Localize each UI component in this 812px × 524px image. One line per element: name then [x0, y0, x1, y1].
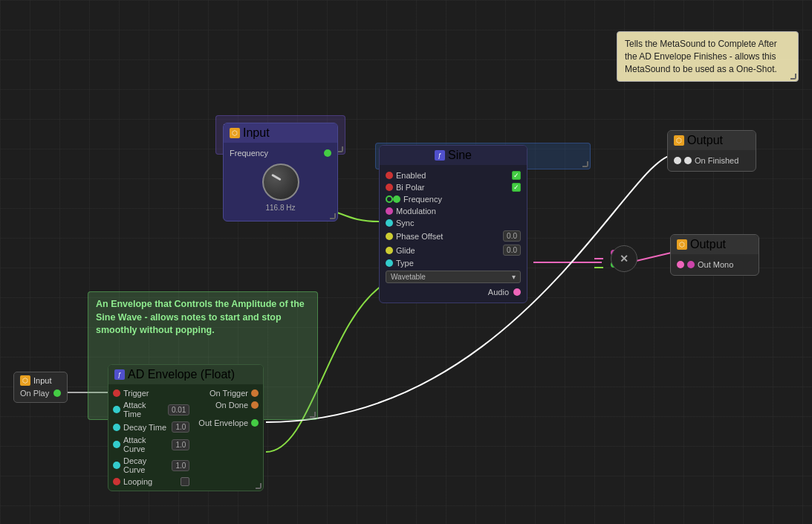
- output-mono-icon: ⬡: [677, 239, 687, 250]
- onfinished-label: On Finished: [695, 156, 738, 165]
- sine-sync-row: Sync: [386, 217, 521, 229]
- ontrigger-row: On Trigger: [210, 387, 259, 399]
- sine-resize-handle[interactable]: [582, 161, 588, 167]
- onfinished-in-pin: [674, 157, 681, 164]
- envelope-attackcurve-row: Attack Curve 1.0: [113, 434, 189, 455]
- frequency-out-pin: [324, 149, 331, 157]
- mixer-node: ✕: [611, 245, 637, 272]
- output-finished-node: ⬡ Output On Finished: [667, 130, 756, 172]
- output-finished-icon: ⬡: [674, 135, 684, 146]
- frequency-value: 116.8 Hz: [265, 204, 295, 212]
- frequency-knob[interactable]: [262, 164, 299, 201]
- envelope-left-pins: Trigger Attack Time 0.01 Decay Time 1.0 …: [108, 387, 194, 488]
- attackcurve-value: 1.0: [172, 439, 189, 450]
- envelope-header-label: AD Envelope (Float): [128, 368, 235, 381]
- input-label: Input: [33, 376, 51, 385]
- output-finished-label: Output: [687, 134, 723, 147]
- pitch-input-icon: ⬡: [230, 128, 240, 138]
- sine-audio-row: Audio: [386, 286, 521, 298]
- decaytime-value: 1.0: [172, 421, 189, 433]
- sine-freq-pin-dot2: [393, 195, 400, 203]
- oneshot-resize-handle[interactable]: [790, 74, 796, 80]
- sine-node-body: Enabled ✓ Bi Polar ✓ Frequency Modulatio…: [380, 165, 527, 303]
- envelope-looping-row: Looping: [113, 476, 189, 488]
- input-icon: ⬡: [20, 375, 30, 386]
- envelope-trigger-row: Trigger: [113, 387, 189, 399]
- outenvelope-pin-dot: [251, 419, 259, 427]
- sine-node-header: ƒ Sine: [380, 146, 527, 165]
- trigger-pin-dot: [113, 389, 120, 397]
- output-mono-body: Out Mono: [671, 254, 759, 275]
- sine-bipolar-row: Bi Polar ✓: [386, 181, 521, 193]
- glide-pin-dot: [386, 247, 393, 254]
- phase-pin-dot: [386, 233, 393, 240]
- output-mono-node: ⬡ Output Out Mono: [670, 234, 759, 276]
- envelope-resize-handle2[interactable]: [256, 483, 262, 489]
- sine-type-row: Type: [386, 257, 521, 269]
- envelope-decaycurve-row: Decay Curve 1.0: [113, 455, 189, 476]
- attackcurve-pin-dot: [113, 441, 120, 448]
- bipolar-pin-dot: [386, 184, 393, 191]
- enabled-checkbox[interactable]: ✓: [512, 171, 521, 180]
- oneshot-comment-text: Tells the MetaSound to Complete After th…: [625, 39, 777, 74]
- envelope-attacktime-row: Attack Time 0.01: [113, 399, 189, 420]
- envelope-resize-handle[interactable]: [310, 412, 316, 418]
- sync-pin-dot: [386, 219, 393, 227]
- mixer-group: ✕: [611, 250, 629, 268]
- output-finished-body: On Finished: [668, 150, 756, 171]
- envelope-comment-text: An Envelope that Controls the Amplitude …: [96, 299, 305, 335]
- pitch-node-header: ⬡ Input: [224, 123, 337, 143]
- decaytime-pin-dot: [113, 424, 120, 431]
- input-onplay-node: ⬡ Input On Play: [13, 372, 68, 403]
- ondone-row: On Done: [215, 399, 259, 411]
- envelope-header: ƒ AD Envelope (Float): [108, 365, 263, 384]
- pitch-header-label: Input: [243, 126, 270, 140]
- outmono-label: Out Mono: [698, 260, 733, 269]
- bipolar-checkbox[interactable]: ✓: [512, 183, 521, 192]
- envelope-func-icon: ƒ: [114, 369, 125, 380]
- envelope-decaytime-row: Decay Time 1.0: [113, 420, 189, 434]
- pitch-node-body: Frequency 116.8 Hz: [224, 143, 337, 221]
- onfinished-in-pin2: [684, 157, 692, 164]
- output-finished-pin-row: On Finished: [674, 155, 750, 166]
- outmono-in-pin2: [687, 261, 695, 268]
- envelope-node-body: Trigger Attack Time 0.01 Decay Time 1.0 …: [108, 384, 263, 491]
- sine-modulation-row: Modulation: [386, 205, 521, 217]
- envelope-node: ƒ AD Envelope (Float) Trigger Attack Tim…: [108, 364, 264, 491]
- sine-func-icon: ƒ: [435, 150, 445, 161]
- type-pin-dot: [386, 259, 393, 267]
- sine-phase-row: Phase Offset 0.0: [386, 229, 521, 243]
- pitch-input-node: ⬡ Input Frequency 116.8 Hz: [223, 123, 338, 221]
- outmono-in-pin: [677, 261, 684, 268]
- sine-node: ƒ Sine Enabled ✓ Bi Polar ✓ Frequency Mo…: [379, 145, 527, 303]
- mixer-area: ✕: [611, 250, 629, 268]
- attacktime-value: 0.01: [168, 404, 189, 415]
- output-mono-pin-row: Out Mono: [677, 259, 753, 271]
- enabled-pin-dot: [386, 172, 393, 179]
- output-mono-label: Output: [690, 238, 726, 251]
- glide-value: 0.0: [503, 245, 521, 256]
- attacktime-pin-dot: [113, 406, 120, 413]
- pitch-resize-handle[interactable]: [330, 213, 336, 219]
- sine-glide-row: Glide 0.0: [386, 243, 521, 257]
- oneshot-comment: Tells the MetaSound to Complete After th…: [617, 31, 799, 82]
- looping-pin-dot: [113, 478, 120, 485]
- sine-enabled-row: Enabled ✓: [386, 169, 521, 181]
- looping-checkbox[interactable]: [181, 477, 189, 486]
- envelope-right-pins: On Trigger On Done Out Envelope: [194, 387, 263, 488]
- ontrigger-pin-dot: [251, 389, 259, 397]
- decaycurve-value: 1.0: [172, 460, 189, 471]
- sine-frequency-row: Frequency: [386, 193, 521, 205]
- onplay-pin-dot: [53, 389, 61, 397]
- sine-type-select[interactable]: Wavetable ▾: [386, 271, 521, 283]
- phase-value: 0.0: [503, 230, 521, 242]
- audio-out-pin: [513, 288, 521, 296]
- frequency-knob-area: 116.8 Hz: [230, 159, 331, 216]
- modulation-pin-dot: [386, 207, 393, 215]
- outenvelope-row: Out Envelope: [198, 417, 259, 429]
- frequency-label: Frequency: [230, 149, 268, 158]
- sine-header-label: Sine: [448, 149, 472, 162]
- output-mono-header: ⬡ Output: [671, 235, 759, 254]
- onplay-pin-label: On Play: [20, 389, 49, 398]
- resize-handle[interactable]: [337, 146, 343, 152]
